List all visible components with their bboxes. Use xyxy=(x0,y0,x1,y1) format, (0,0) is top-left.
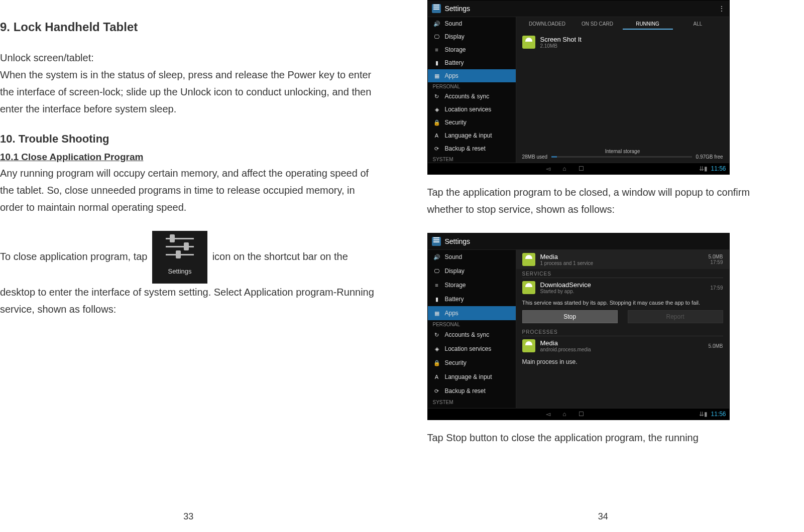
sidebar-item-battery[interactable]: ▮Battery xyxy=(428,292,516,306)
process-row-media[interactable]: Media android.process.media 5.0MB xyxy=(516,336,729,355)
recents-icon[interactable]: ☐ xyxy=(579,165,584,172)
sidebar-label: Display xyxy=(445,268,465,275)
settings-shortcut-icon[interactable]: Settings xyxy=(152,231,207,284)
recents-icon[interactable]: ☐ xyxy=(579,411,584,418)
settings-icon-label: Settings xyxy=(168,263,192,280)
sidebar-label: Sound xyxy=(445,20,463,27)
stop-button[interactable]: Stop xyxy=(522,310,618,323)
report-button[interactable]: Report xyxy=(628,310,723,323)
heading-close-app: 10.1 Close Application Program xyxy=(0,152,377,163)
home-icon[interactable]: ⌂ xyxy=(562,411,566,418)
titlebar-text: Settings xyxy=(445,237,471,245)
storage-used: 28MB used xyxy=(522,154,548,160)
app-row-screenshotit[interactable]: Screen Shot It 2.10MB xyxy=(516,33,729,52)
sidebar-item-backup[interactable]: ⟳Backup & reset xyxy=(428,384,516,398)
overflow-menu-icon[interactable]: ⋮ xyxy=(718,5,725,13)
sidebar-item-accounts[interactable]: ↻Accounts & sync xyxy=(428,90,516,103)
media-summary-row[interactable]: Media 1 process and 1 service 5.0MB 17:5… xyxy=(516,250,729,269)
tab-all[interactable]: ALL xyxy=(673,21,723,30)
apps-tabs: DOWNLOADED ON SD CARD RUNNING ALL xyxy=(516,17,729,33)
android-titlebar: Settings xyxy=(428,233,729,250)
apps-icon: ▦ xyxy=(433,309,441,317)
sidebar-label: Sound xyxy=(445,253,463,260)
storage-bar-row: 28MB used 0.97GB free xyxy=(516,154,729,163)
sidebar-item-security[interactable]: 🔒Security xyxy=(428,356,516,370)
wifi-icon: ⇊ xyxy=(699,165,704,172)
sidebar-item-accounts[interactable]: ↻Accounts & sync xyxy=(428,328,516,342)
sound-icon: 🔊 xyxy=(433,253,441,261)
sidebar-item-storage[interactable]: ≡Storage xyxy=(428,43,516,56)
android-titlebar: Settings ⋮ xyxy=(428,1,729,17)
sidebar-category-system: SYSTEM xyxy=(428,398,516,406)
storage-free: 0.97GB free xyxy=(696,154,723,160)
sidebar-item-sound[interactable]: 🔊Sound xyxy=(428,17,516,30)
settings-app-icon xyxy=(432,237,441,246)
sidebar-item-apps[interactable]: ▦Apps xyxy=(428,69,516,82)
sidebar-item-apps[interactable]: ▦Apps xyxy=(428,306,516,320)
sidebar-label: Storage xyxy=(445,282,466,289)
text-tap-app: Tap the application program to be closed… xyxy=(427,184,779,218)
location-icon: ◈ xyxy=(433,105,441,113)
storage-icon: ≡ xyxy=(433,46,441,54)
sidebar-label: Apps xyxy=(445,72,458,79)
heading-lock-tablet: 9. Lock Handheld Tablet xyxy=(0,20,377,34)
main-process-text: Main process in use. xyxy=(516,355,729,368)
text-lock-tablet: Unlock screen/tablet: When the system is… xyxy=(0,49,377,117)
battery-status-icon: ▮ xyxy=(704,411,708,418)
sidebar-item-display[interactable]: 🖵Display xyxy=(428,30,516,43)
sidebar-label: Apps xyxy=(445,310,458,317)
media-name: Media xyxy=(540,253,594,260)
service-pane: Media 1 process and 1 service 5.0MB 17:5… xyxy=(516,250,729,408)
back-icon[interactable]: ◅ xyxy=(546,411,550,418)
screenshot-apps-running: Settings ⋮ 🔊Sound 🖵Display ≡Storage ▮Bat… xyxy=(427,0,730,175)
sidebar-item-language[interactable]: ALanguage & input xyxy=(428,129,516,142)
service-time: 17:59 xyxy=(710,285,723,291)
back-icon[interactable]: ◅ xyxy=(546,165,550,172)
wifi-icon: ⇊ xyxy=(699,411,704,418)
sidebar-item-location[interactable]: ◈Location services xyxy=(428,103,516,116)
tab-sdcard[interactable]: ON SD CARD xyxy=(572,21,623,30)
language-icon: A xyxy=(433,373,441,381)
sidebar-item-security[interactable]: 🔒Security xyxy=(428,116,516,129)
display-icon: 🖵 xyxy=(433,267,441,275)
settings-app-icon xyxy=(432,4,441,13)
tab-running[interactable]: RUNNING xyxy=(623,21,673,30)
service-name: DownloadService xyxy=(540,281,591,289)
text-close-app-1: Any running program will occupy certain … xyxy=(0,165,377,216)
section-services: SERVICES xyxy=(516,269,729,278)
sliders-icon xyxy=(166,235,194,259)
home-icon[interactable]: ⌂ xyxy=(562,165,566,172)
app-name: Screen Shot It xyxy=(540,36,582,43)
sidebar-item-language[interactable]: ALanguage & input xyxy=(428,370,516,384)
battery-status-icon: ▮ xyxy=(704,165,708,172)
sidebar-label: Backup & reset xyxy=(445,145,486,152)
page-number-33: 33 xyxy=(0,506,377,522)
app-size: 2.10MB xyxy=(540,43,582,49)
sidebar-label: Battery xyxy=(445,59,464,66)
backup-icon: ⟳ xyxy=(433,387,441,395)
page-number-34: 34 xyxy=(427,506,779,522)
media-size: 5.0MB xyxy=(709,254,723,259)
manual-page-33: 9. Lock Handheld Tablet Unlock screen/ta… xyxy=(0,0,402,532)
lock-icon: 🔒 xyxy=(433,359,441,367)
android-app-icon xyxy=(522,36,535,49)
process-name: Media xyxy=(540,339,591,347)
sidebar-item-location[interactable]: ◈Location services xyxy=(428,342,516,356)
sidebar-item-battery[interactable]: ▮Battery xyxy=(428,56,516,69)
sidebar-item-sound[interactable]: 🔊Sound xyxy=(428,250,516,264)
sidebar-category-personal: PERSONAL xyxy=(428,320,516,328)
sidebar-item-display[interactable]: 🖵Display xyxy=(428,264,516,278)
sidebar-item-backup[interactable]: ⟳Backup & reset xyxy=(428,142,516,155)
shot-body: 🔊Sound 🖵Display ≡Storage ▮Battery ▦Apps … xyxy=(428,17,729,163)
android-app-icon xyxy=(522,281,535,294)
sidebar-label: Accounts & sync xyxy=(445,331,490,338)
sidebar-item-storage[interactable]: ≡Storage xyxy=(428,278,516,292)
text-close-app-2: To close application program, tap Settin… xyxy=(0,231,377,318)
service-sub: Started by app. xyxy=(540,289,591,294)
settings-sidebar: 🔊Sound 🖵Display ≡Storage ▮Battery ▦Apps … xyxy=(428,17,516,163)
shot-body: 🔊Sound 🖵Display ≡Storage ▮Battery ▦Apps … xyxy=(428,250,729,408)
tab-downloaded[interactable]: DOWNLOADED xyxy=(522,21,572,30)
service-row-download[interactable]: DownloadService Started by app. 17:59 xyxy=(516,278,729,297)
screenshot-stop-service: Settings 🔊Sound 🖵Display ≡Storage ▮Batte… xyxy=(427,233,730,420)
clock-text: 11:56 xyxy=(711,165,726,172)
